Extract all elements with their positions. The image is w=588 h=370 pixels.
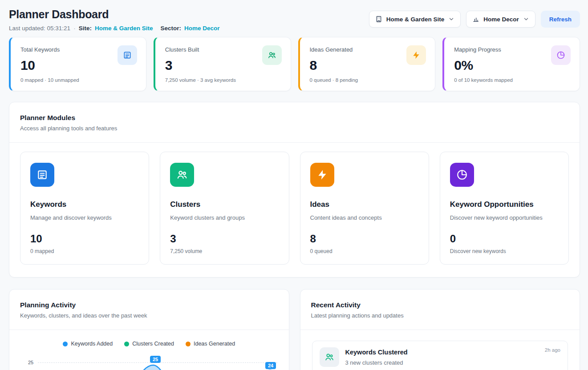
legend-label: Ideas Generated xyxy=(194,341,235,347)
page-header: Planner Dashboard Last updated: 05:31:21… xyxy=(9,8,580,32)
refresh-button[interactable]: Refresh xyxy=(541,11,580,28)
activity-timestamp: 2h ago xyxy=(545,347,560,353)
users-icon xyxy=(320,347,339,367)
users-icon xyxy=(170,163,194,187)
module-card-ideas[interactable]: Ideas Content ideas and concepts 8 0 que… xyxy=(300,152,429,265)
activity-description: 3 new clusters created xyxy=(345,359,408,366)
stat-subtitle: 7,250 volume · 3 avg keywords xyxy=(165,77,282,83)
sector-selector-value: Home Decor xyxy=(483,16,519,23)
chart-legend: Keywords Added Clusters Created Ideas Ge… xyxy=(20,341,278,347)
planning-activity-title: Planning Activity xyxy=(20,301,278,309)
legend-label: Keywords Added xyxy=(71,341,113,347)
document-icon xyxy=(30,163,54,187)
meta-separator: · xyxy=(73,25,76,32)
legend-dot xyxy=(186,342,191,346)
module-description: Manage and discover keywords xyxy=(30,214,139,221)
modules-title: Planner Modules xyxy=(20,114,569,122)
stat-subtitle: 0 mapped · 10 unmapped xyxy=(20,77,137,83)
module-title: Clusters xyxy=(170,200,279,209)
site-selector-dropdown[interactable]: Home & Garden Site xyxy=(369,11,461,28)
stat-subtitle: 0 of 10 keywords mapped xyxy=(454,77,571,83)
recent-activity-header: Recent Activity Latest planning actions … xyxy=(300,290,580,330)
sector-link[interactable]: Home Decor xyxy=(184,25,220,32)
document-icon xyxy=(118,45,137,65)
planning-activity-chart: Keywords Added Clusters Created Ideas Ge… xyxy=(9,330,289,370)
legend-item-keywords-added: Keywords Added xyxy=(63,341,113,347)
module-description: Discover new keyword opportunities xyxy=(450,214,559,221)
sector-selector-dropdown[interactable]: Home Decor xyxy=(466,11,535,28)
data-point-label: 25 xyxy=(150,356,161,363)
module-value: 10 xyxy=(30,233,139,245)
building-icon xyxy=(375,16,382,23)
y-axis-tick: 25 xyxy=(28,360,33,365)
planning-activity-subtitle: Keywords, clusters, and ideas over the p… xyxy=(20,312,278,319)
site-link[interactable]: Home & Garden Site xyxy=(95,25,153,32)
pie-chart-icon xyxy=(450,163,474,187)
stat-card-mapping-progress: Mapping Progress 0% 0 of 10 keywords map… xyxy=(442,37,580,91)
module-title: Ideas xyxy=(310,200,419,209)
chevron-down-icon xyxy=(448,16,454,22)
legend-item-ideas-generated: Ideas Generated xyxy=(186,341,235,347)
modules-subtitle: Access all planning tools and features xyxy=(20,125,569,132)
activity-title: Keywords Clustered xyxy=(345,349,408,356)
chevron-down-icon xyxy=(523,16,529,22)
module-value: 3 xyxy=(170,233,279,245)
recent-activity-panel: Recent Activity Latest planning actions … xyxy=(300,289,580,370)
module-value: 0 xyxy=(450,233,559,245)
stat-card-total-keywords: Total Keywords 10 0 mapped · 10 unmapped xyxy=(9,37,146,91)
site-label: Site: xyxy=(79,25,92,32)
pie-chart-icon xyxy=(551,45,571,65)
module-subtitle: 0 queued xyxy=(310,248,419,254)
sector-label: Sector: xyxy=(160,25,181,32)
planning-activity-header: Planning Activity Keywords, clusters, an… xyxy=(9,290,289,330)
legend-item-clusters-created: Clusters Created xyxy=(124,341,174,347)
recent-activity-subtitle: Latest planning actions and updates xyxy=(311,312,569,319)
modules-header: Planner Modules Access all planning tool… xyxy=(9,102,580,143)
legend-dot xyxy=(63,342,68,346)
activity-text: Keywords Clustered 3 new clusters create… xyxy=(345,347,408,366)
module-description: Content ideas and concepts xyxy=(310,214,419,221)
header-controls: Home & Garden Site Home Decor Refresh xyxy=(369,8,580,28)
stat-card-clusters-built: Clusters Built 3 7,250 volume · 3 avg ke… xyxy=(154,37,291,91)
legend-dot xyxy=(124,342,129,346)
activity-item-keywords-clustered[interactable]: Keywords Clustered 3 new clusters create… xyxy=(312,341,568,370)
module-title: Keywords xyxy=(30,200,139,209)
site-selector-value: Home & Garden Site xyxy=(386,16,445,23)
bottom-grid: Planning Activity Keywords, clusters, an… xyxy=(9,289,580,370)
module-card-keyword-opportunities[interactable]: Keyword Opportunities Discover new keywo… xyxy=(440,152,569,265)
bolt-icon xyxy=(406,45,426,65)
module-card-keywords[interactable]: Keywords Manage and discover keywords 10… xyxy=(20,152,149,265)
bolt-icon xyxy=(310,163,334,187)
page-title: Planner Dashboard xyxy=(9,8,219,21)
last-updated-text: Last updated: 05:31:21 xyxy=(9,25,70,32)
module-description: Keyword clusters and groups xyxy=(170,214,279,221)
recent-activity-title: Recent Activity xyxy=(311,301,569,309)
module-value: 8 xyxy=(310,233,419,245)
header-left: Planner Dashboard Last updated: 05:31:21… xyxy=(9,8,219,32)
meta-row: Last updated: 05:31:21 · Site: Home & Ga… xyxy=(9,25,219,32)
planner-modules-panel: Planner Modules Access all planning tool… xyxy=(9,102,580,278)
legend-label: Clusters Created xyxy=(132,341,174,347)
activity-list: Keywords Clustered 3 new clusters create… xyxy=(300,330,580,370)
modules-grid: Keywords Manage and discover keywords 10… xyxy=(9,143,580,277)
planning-activity-panel: Planning Activity Keywords, clusters, an… xyxy=(9,289,289,370)
users-icon xyxy=(262,45,282,65)
module-subtitle: 7,250 volume xyxy=(170,248,279,254)
module-title: Keyword Opportunities xyxy=(450,200,559,209)
stat-subtitle: 0 queued · 8 pending xyxy=(310,77,426,83)
stat-card-ideas-generated: Ideas Generated 8 0 queued · 8 pending xyxy=(298,37,436,91)
stats-row: Total Keywords 10 0 mapped · 10 unmapped… xyxy=(9,37,580,91)
data-point-label: 24 xyxy=(265,362,276,369)
planner-dashboard-page: Planner Dashboard Last updated: 05:31:21… xyxy=(0,0,588,370)
module-card-clusters[interactable]: Clusters Keyword clusters and groups 3 7… xyxy=(160,152,289,265)
module-subtitle: 0 mapped xyxy=(30,248,139,254)
bar-chart-icon xyxy=(472,16,479,23)
module-subtitle: Discover new keywords xyxy=(450,248,559,254)
area-chart[interactable]: 25 25 24 xyxy=(20,353,278,370)
